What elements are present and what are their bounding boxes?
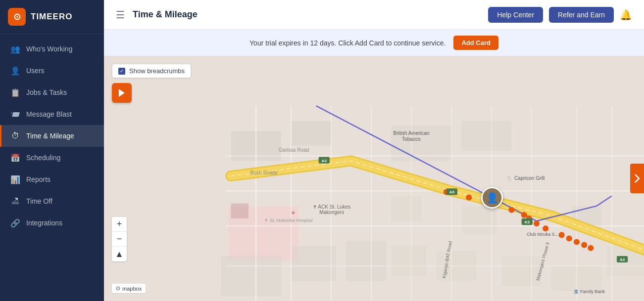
svg-text:A3: A3 bbox=[620, 258, 625, 262]
svg-text:Garissa Road: Garissa Road bbox=[279, 147, 309, 153]
nav-icon-5: 📅 bbox=[10, 153, 20, 163]
svg-point-42 bbox=[574, 239, 580, 245]
nav-label-1: Users bbox=[26, 67, 45, 75]
sidebar-item-message-blast[interactable]: 📨 Message Blast bbox=[0, 103, 104, 125]
svg-point-41 bbox=[566, 235, 572, 241]
zoom-controls: + − ▲ bbox=[112, 217, 127, 261]
trial-banner: Your trial expires in 12 days. Click Add… bbox=[104, 30, 644, 56]
sidebar-item-users[interactable]: 👤 Users bbox=[0, 60, 104, 82]
svg-point-33 bbox=[466, 194, 472, 200]
svg-point-38 bbox=[534, 220, 540, 226]
svg-point-44 bbox=[588, 245, 594, 251]
nav-icon-0: 👥 bbox=[10, 44, 20, 54]
sidebar-item-integrations[interactable]: 🔗 Integrations bbox=[0, 212, 104, 234]
svg-point-40 bbox=[559, 232, 565, 238]
refer-earn-button[interactable]: Refer and Earn bbox=[549, 7, 614, 23]
page-title: Time & Mileage bbox=[133, 9, 480, 20]
svg-rect-17 bbox=[391, 196, 421, 221]
svg-rect-9 bbox=[461, 121, 511, 151]
svg-rect-6 bbox=[291, 246, 336, 281]
svg-rect-12 bbox=[501, 256, 542, 286]
nav-label-6: Reports bbox=[26, 175, 50, 183]
svg-text:A3: A3 bbox=[525, 220, 530, 224]
nav-icon-3: 📨 bbox=[10, 109, 20, 119]
menu-toggle-icon[interactable]: ☰ bbox=[116, 9, 125, 21]
nav-label-8: Integrations bbox=[26, 219, 62, 227]
show-breadcrumbs-control[interactable]: ✓ Show breadcrumbs bbox=[112, 64, 191, 78]
zoom-in-button[interactable]: + bbox=[112, 217, 127, 232]
svg-text:🍴 Capricon Grill: 🍴 Capricon Grill bbox=[506, 175, 545, 181]
breadcrumbs-checkbox-icon: ✓ bbox=[118, 68, 125, 75]
svg-point-39 bbox=[543, 225, 548, 231]
mapbox-logo: ⊙ mapbox bbox=[112, 284, 146, 293]
nav-label-4: Time & Mileage bbox=[26, 132, 74, 140]
nav-icon-6: 📊 bbox=[10, 174, 20, 184]
sidebar-item-reports[interactable]: 📊 Reports bbox=[0, 169, 104, 190]
svg-text:Tobacco: Tobacco bbox=[402, 136, 421, 142]
svg-text:Club Mzuka S...: Club Mzuka S... bbox=[527, 232, 558, 237]
svg-rect-2 bbox=[231, 204, 248, 218]
compass-button[interactable]: ▲ bbox=[112, 247, 127, 261]
app-name: TIMEERO bbox=[31, 12, 72, 22]
svg-rect-5 bbox=[221, 256, 281, 296]
map-container: A3 A3 A3 A3 Kiganjic-BAT Road Makongeni … bbox=[104, 56, 644, 301]
add-card-button[interactable]: Add Card bbox=[453, 36, 498, 50]
sidebar-item-who-s-working[interactable]: 👥 Who's Working bbox=[0, 38, 104, 60]
header-actions: Help Center Refer and Earn 🔔 bbox=[488, 7, 632, 23]
play-button[interactable] bbox=[112, 83, 132, 103]
nav-label-0: Who's Working bbox=[26, 45, 72, 53]
main-content: ☰ Time & Mileage Help Center Refer and E… bbox=[104, 0, 644, 301]
svg-text:A3: A3 bbox=[322, 159, 327, 163]
sidebar-nav: 👥 Who's Working 👤 Users 📋 Jobs & Tasks 📨… bbox=[0, 34, 104, 301]
svg-text:British American: British American bbox=[393, 130, 429, 136]
help-center-button[interactable]: Help Center bbox=[488, 7, 543, 23]
sidebar-item-jobs---tasks[interactable]: 📋 Jobs & Tasks bbox=[0, 82, 104, 103]
svg-rect-7 bbox=[346, 241, 386, 281]
nav-label-2: Jobs & Tasks bbox=[26, 88, 67, 96]
header: ☰ Time & Mileage Help Center Refer and E… bbox=[104, 0, 644, 30]
sidebar-item-scheduling[interactable]: 📅 Scheduling bbox=[0, 147, 104, 169]
svg-text:Bush Shade: Bush Shade bbox=[250, 170, 278, 175]
nav-icon-4: ⏱ bbox=[10, 131, 20, 141]
zoom-out-button[interactable]: − bbox=[112, 232, 127, 247]
breadcrumbs-label: Show breadcrumbs bbox=[129, 67, 185, 75]
mapbox-icon: ⊙ bbox=[116, 285, 120, 292]
svg-text:Makongeni: Makongeni bbox=[319, 210, 344, 215]
nav-label-7: Time Off bbox=[26, 197, 52, 205]
svg-text:✝ ACK St. Lukes: ✝ ACK St. Lukes bbox=[313, 204, 350, 210]
svg-rect-10 bbox=[391, 246, 426, 276]
notification-bell-icon[interactable]: 🔔 bbox=[620, 9, 632, 21]
app-logo-icon: ⊙ bbox=[8, 8, 26, 26]
sidebar-logo: ⊙ TIMEERO bbox=[0, 0, 104, 34]
svg-marker-69 bbox=[119, 89, 125, 97]
nav-icon-7: 🏖 bbox=[10, 196, 20, 206]
nav-icon-8: 🔗 bbox=[10, 218, 20, 228]
svg-text:A3: A3 bbox=[449, 190, 455, 194]
svg-text:+: + bbox=[291, 209, 295, 216]
trial-message: Your trial expires in 12 days. Click Add… bbox=[249, 39, 446, 47]
svg-text:✝ St. Mulumba Hospital: ✝ St. Mulumba Hospital bbox=[264, 218, 312, 223]
nav-icon-2: 📋 bbox=[10, 87, 20, 97]
scroll-right-button[interactable] bbox=[630, 164, 644, 193]
svg-point-35 bbox=[508, 207, 514, 213]
svg-point-43 bbox=[581, 242, 587, 248]
nav-label-5: Scheduling bbox=[26, 154, 60, 162]
sidebar: ⊙ TIMEERO 👥 Who's Working 👤 Users 📋 Jobs… bbox=[0, 0, 104, 301]
svg-point-36 bbox=[521, 212, 527, 218]
user-avatar-map: 👤 bbox=[481, 187, 503, 209]
sidebar-item-time-off[interactable]: 🏖 Time Off bbox=[0, 190, 104, 212]
svg-text:🏦 Family Bank: 🏦 Family Bank bbox=[573, 289, 605, 295]
svg-rect-4 bbox=[291, 121, 331, 146]
nav-label-3: Message Blast bbox=[26, 110, 72, 118]
mapbox-label: mapbox bbox=[122, 286, 142, 292]
sidebar-item-time---mileage[interactable]: ⏱ Time & Mileage bbox=[0, 125, 104, 147]
nav-icon-1: 👤 bbox=[10, 66, 20, 76]
